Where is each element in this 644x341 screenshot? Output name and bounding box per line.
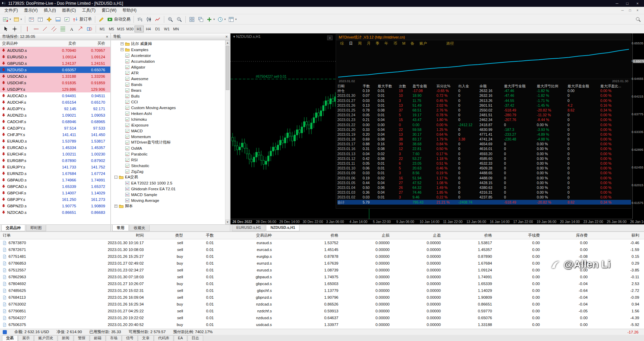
order-row-67804692[interactable]: 678046922023.01.27 10:26:07buy0.01gbpcad… [0,280,644,287]
tree-item-bands[interactable]: Bands [111,81,230,87]
maximize-button[interactable]: □ [622,1,632,5]
mdi-minimize-button[interactable]: ─ [619,9,626,12]
vertical-line-tool[interactable] [23,25,32,33]
new-order-button[interactable]: 新订单 [71,15,93,24]
market-watch-row-chfjpy-s[interactable]: CHFJPY.s141.411141.450 [0,131,110,138]
toggle-market-watch-button[interactable] [27,15,36,24]
indicators-button[interactable]: ▾ [205,15,216,24]
terminal-tab-EA[interactable]: EA [174,335,187,341]
chart-canvas[interactable]: ▾ NZDUSD.s,H1 ≡ #67504227 sell 0.01 26 D… [230,33,644,224]
menu-item-5[interactable]: 工具(T) [79,7,98,14]
order-row-67763002[interactable]: 677630022023.01.26 16:25:34buy0.01nzdcad… [0,301,644,308]
terminal-tab-新闻[interactable]: 新闻 [58,335,73,341]
profiles-button[interactable]: ▾ [12,15,23,24]
tree-item-脚本[interactable]: +脚本 [111,203,230,209]
line-chart-button[interactable] [153,15,162,24]
terminal-tab-文章[interactable]: 文章 [138,335,154,341]
market-watch-row-usdjpy-s[interactable]: USDJPY.s129.886129.906 [0,86,110,92]
crosshair-tool[interactable] [10,25,19,33]
market-watch-row-eurnzd-s[interactable]: EURNZD.s1.676841.67724 [0,170,110,177]
scroll-down-icon[interactable]: ▼ [225,220,230,224]
stats-tab-综[interactable]: 综 [340,41,344,46]
market-watch-row-usdcad-s[interactable]: USDCAD.s1.331881.33206 [0,73,110,79]
indicator-menu-icon[interactable]: ≡ [327,35,333,40]
market-watch-row-nzdusd-s[interactable]: NZDUSD.s0.650570.65076 [0,66,110,73]
text-tool[interactable]: A [67,25,76,33]
shapes-tool[interactable] [85,25,94,33]
terminal-tab-警报[interactable]: 警报 [74,335,89,341]
tree-item-ichimoku[interactable]: Ichimoku [111,116,230,122]
tree-item-awesome[interactable]: Awesome [111,76,230,81]
order-row-67862963[interactable]: 678629632023.01.30 07:18:03sell0.01gbpau… [0,273,644,280]
timeframe-w1-button[interactable]: W1 [162,26,171,32]
market-watch-row-audchf-s[interactable]: AUDCHF.s0.651540.65170 [0,99,110,105]
market-watch-row-euraud-s[interactable]: EURAUD.s1.537891.53817 [0,138,110,144]
order-row-67512557[interactable]: 675125572023.01.23 02:34:27sell0.01eurus… [0,267,644,273]
tree-item-heiken-ashi[interactable]: Heiken Ashi [111,110,230,116]
orders-col-9[interactable]: 价格 [446,233,497,238]
tree-item-parabolic[interactable]: Parabolic [111,151,230,157]
tree-item-比尔-威廉姆[interactable]: +比尔 威廉姆 [111,41,230,47]
menu-item-4[interactable]: 图表(C) [59,7,79,14]
expander-icon[interactable]: - [114,176,117,179]
market-watch-row-usdchf-s[interactable]: USDCHF.s0.918350.91859 [0,79,110,86]
bars-chart-button[interactable] [136,15,144,24]
tree-item-atr[interactable]: ATR [111,70,230,76]
tree-item-accumulation[interactable]: Accumulation [111,58,230,64]
tree-item-bears[interactable]: Bears [111,87,230,93]
stats-tab-账户[interactable]: 账户 [419,41,427,46]
orders-col-8[interactable]: 止盈 [394,233,446,238]
col-ask[interactable]: 买价 [80,41,109,46]
cascade-windows-button[interactable] [196,15,205,24]
tree-item-bulls[interactable]: Bulls [111,93,230,99]
tree-item-alligator[interactable]: Alligator [111,64,230,70]
zoom-out-button[interactable] [175,15,184,24]
orders-col-12[interactable]: 获利 [592,233,644,238]
tree-item-ghidorah-forex-ea-t2-01[interactable]: Ghidorah Forex EA T2.01 [111,186,230,192]
timeframe-m15-button[interactable]: M15 [116,26,125,32]
market-watch-row-gbpnzd-s[interactable]: GBPNZD.s1.907751.90809 [0,203,110,209]
order-row-67786853[interactable]: 677868532023.01.27 02:49:02buy0.01eurnzd… [0,260,644,267]
timeframe-h1-button[interactable]: H1 [135,26,144,32]
order-row-67751481[interactable]: 677514812023.01.26 15:25:27buy0.01eurgbp… [0,253,644,260]
market-watch-row-gbpusd-s[interactable]: GBPUSD.s1.241371.24151 [0,60,110,66]
stats-tab-M[interactable]: M [402,41,405,45]
candlestick-chart-button[interactable] [144,15,153,24]
market-watch-row-audnzd-s[interactable]: AUDNZD.s1.090211.09053 [0,112,110,118]
channel-tool[interactable] [50,25,58,33]
tree-item-osma[interactable]: OsMA [111,145,230,151]
timeframe-m1-button[interactable]: M1 [98,26,107,32]
orders-col-1[interactable]: 订单 [0,233,61,238]
scroll-up-icon[interactable]: ▲ [225,40,230,45]
chart-tab-2[interactable]: NZDUSD.s,H1 [266,225,299,231]
navigator-tab-2[interactable]: 收藏夹 [129,225,150,231]
orders-col-5[interactable]: 交易品种 [219,233,277,238]
orders-col-6[interactable]: 价格 [277,233,343,238]
stats-tab-季[interactable]: 季 [376,41,379,46]
terminal-tab-市场[interactable]: 市场 [106,335,122,341]
tree-item-macd-sample[interactable]: MACD Sample [111,192,230,197]
orders-col-4[interactable]: 手数 [188,233,219,238]
orders-col-3[interactable]: 类型 [149,233,188,238]
stats-tab-周[interactable]: 周 [358,41,362,46]
time-axis[interactable]: 26 Dec 202228 Dec 06:0029 Dec 14:0030 De… [230,219,632,224]
toggle-navigator-button[interactable] [45,15,54,24]
market-watch-row-gbpjpy-s[interactable]: GBPJPY.s161.250161.273 [0,196,110,203]
market-watch-row-eurcad-s[interactable]: EURCAD.s1.453341.45357 [0,144,110,151]
tree-item-stochastic[interactable]: Stochastic [111,163,230,168]
expander-icon[interactable]: + [114,205,117,208]
tree-item-moving-average[interactable]: Moving Average [111,197,230,203]
market-watch-row-eurusd-s[interactable]: EURUSD.s1.091141.09124 [0,54,110,60]
fibonacci-tool[interactable] [58,25,67,33]
navigator-scrollbar[interactable]: ▲ ▼ [225,40,230,224]
terminal-tab-邮箱[interactable]: 邮箱 [90,335,106,341]
price-axis[interactable]: 0.655350.650950.646550.642150.637750.633… [632,33,644,219]
orders-col-7[interactable]: 止损 [343,233,394,238]
timeframe-d1-button[interactable]: D1 [153,26,162,32]
terminal-tab-账户历史[interactable]: 账户历史 [34,335,57,341]
market-watch-row-audcad-s[interactable]: AUDCAD.s0.944910.94511 [0,92,110,99]
order-row-67506375[interactable]: 675063752023.01.20 20:40:52buy0.01usdcad… [0,321,644,328]
trendline-tool[interactable] [41,25,50,33]
timeframe-h4-button[interactable]: H4 [144,26,153,32]
market-watch-row-gbpchf-s[interactable]: GBPCHF.s1.140071.14029 [0,190,110,196]
